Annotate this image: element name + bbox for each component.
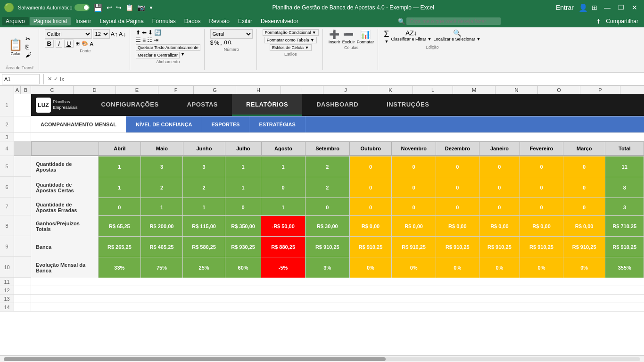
- cell-r5-c8[interactable]: 0%: [436, 257, 479, 278]
- cell-r5-c3[interactable]: 60%: [225, 257, 261, 278]
- h-scrollbar[interactable]: [0, 355, 644, 362]
- disk-icon[interactable]: 📋: [125, 4, 133, 11]
- wrap-text-button[interactable]: Quebrar Texto Automaticamente: [136, 44, 200, 51]
- cell-r3-c2[interactable]: R$ 115,00: [183, 216, 225, 237]
- cell-r1-c2[interactable]: 2: [183, 177, 225, 198]
- cell-r1-c10[interactable]: 0: [520, 177, 563, 198]
- merge-dropdown[interactable]: ▼: [181, 52, 185, 58]
- cell-r4-c2[interactable]: R$ 580,25: [183, 237, 225, 257]
- nav-tab-instrucoes[interactable]: INSTRUÇÕES: [372, 94, 443, 116]
- cell-r3-c7[interactable]: R$ 0,00: [392, 216, 436, 237]
- cell-r2-c6[interactable]: 0: [349, 198, 392, 217]
- cell-r1-c1[interactable]: 2: [140, 177, 183, 198]
- cell-r5-c5[interactable]: 3%: [305, 257, 349, 278]
- increase-decimal-icon[interactable]: .0: [223, 40, 227, 46]
- cell-r3-c11[interactable]: R$ 0,00: [563, 216, 605, 237]
- col-p[interactable]: P: [580, 86, 620, 94]
- align-middle-icon[interactable]: ⬅: [142, 29, 147, 36]
- minimize-button[interactable]: —: [601, 3, 613, 12]
- align-bottom-icon[interactable]: ⬇: [148, 29, 153, 36]
- cell-r0-c1[interactable]: 3: [140, 156, 183, 177]
- cell-r5-c4[interactable]: -5%: [261, 257, 305, 278]
- restore-button[interactable]: ❐: [615, 3, 627, 12]
- cell-r0-c2[interactable]: 3: [183, 156, 225, 177]
- menu-formulas[interactable]: Fórmulas: [149, 17, 180, 25]
- cell-r0-c0[interactable]: 1: [99, 156, 141, 177]
- col-a[interactable]: A: [14, 86, 21, 94]
- col-d[interactable]: D: [74, 86, 116, 94]
- cell-r4-c9[interactable]: R$ 910,25: [479, 237, 520, 257]
- col-m[interactable]: M: [453, 86, 495, 94]
- cell-r4-c4[interactable]: R$ 880,25: [261, 237, 305, 257]
- cell-r5-c2[interactable]: 25%: [183, 257, 225, 278]
- find-icon[interactable]: 🔍: [453, 29, 461, 37]
- align-top-icon[interactable]: ⬆: [136, 29, 140, 36]
- col-o[interactable]: O: [538, 86, 580, 94]
- orientation-icon[interactable]: 🔄: [154, 29, 161, 36]
- cell-r2-c8[interactable]: 0: [436, 198, 479, 217]
- format-icon[interactable]: 📊: [360, 29, 371, 40]
- cell-r2-c3[interactable]: 0: [225, 198, 261, 217]
- cell-r3-c12[interactable]: R$ 710,25: [605, 216, 644, 237]
- decrease-font-icon[interactable]: A↓: [119, 31, 126, 38]
- share-button[interactable]: Compartilhar: [602, 17, 642, 25]
- cell-r0-c9[interactable]: 0: [479, 156, 520, 177]
- cell-r3-c3[interactable]: R$ 350,00: [225, 216, 261, 237]
- dropdown-icon[interactable]: ▼: [149, 5, 154, 10]
- cell-r0-c10[interactable]: 0: [520, 156, 563, 177]
- cell-r1-c3[interactable]: 1: [225, 177, 261, 198]
- col-c[interactable]: C: [31, 86, 74, 94]
- cell-r0-c8[interactable]: 0: [436, 156, 479, 177]
- menu-desenvolvedor[interactable]: Desenvolvedor: [257, 17, 302, 25]
- close-button[interactable]: ✕: [629, 3, 640, 12]
- font-family-select[interactable]: Calibri: [45, 29, 92, 39]
- cell-r1-c11[interactable]: 0: [563, 177, 605, 198]
- format-table-icon[interactable]: Formatar como Tabela ▼: [264, 37, 317, 43]
- cell-r4-c0[interactable]: R$ 265,25: [99, 237, 141, 257]
- number-format-select[interactable]: Geral: [210, 29, 253, 39]
- cell-r5-c0[interactable]: 33%: [99, 257, 141, 278]
- col-b[interactable]: B: [21, 86, 31, 94]
- increase-font-icon[interactable]: A↑: [111, 31, 118, 38]
- cell-r4-c11[interactable]: R$ 910,25: [563, 237, 605, 257]
- nav-tab-apostas[interactable]: APOSTAS: [173, 94, 232, 116]
- nav-tab-relatorios[interactable]: RELATÓRIOS: [232, 94, 302, 116]
- sub-tab-nivel-confianca[interactable]: NÍVEL DE CONFIANÇA: [126, 116, 202, 132]
- col-h[interactable]: H: [236, 86, 281, 94]
- comma-icon[interactable]: ,: [220, 40, 222, 46]
- cell-r4-c5[interactable]: R$ 910,25: [305, 237, 349, 257]
- format-painter-icon[interactable]: 🖌: [25, 51, 32, 58]
- sub-tab-esportes[interactable]: ESPORTES: [202, 116, 250, 132]
- cell-r5-c7[interactable]: 0%: [392, 257, 436, 278]
- delete-icon[interactable]: ➖: [343, 29, 354, 40]
- cell-r4-c7[interactable]: R$ 910,25: [392, 237, 436, 257]
- percent-icon[interactable]: %: [214, 40, 219, 46]
- cell-r1-c0[interactable]: 1: [99, 177, 141, 198]
- cell-r4-c10[interactable]: R$ 910,25: [520, 237, 563, 257]
- col-k[interactable]: K: [368, 86, 413, 94]
- conditional-format-icon[interactable]: Formatação Condicional ▼: [263, 29, 319, 36]
- cell-r3-c6[interactable]: R$ 0,00: [349, 216, 392, 237]
- search-input[interactable]: [406, 17, 501, 25]
- cell-reference-box[interactable]: A1: [2, 74, 40, 84]
- underline-button[interactable]: U: [64, 40, 74, 48]
- cell-r2-c0[interactable]: 0: [99, 198, 141, 217]
- cell-r2-c11[interactable]: 0: [563, 198, 605, 217]
- sub-tab-acompanhamento[interactable]: ACOMPANHAMENTO MENSAL: [31, 116, 126, 132]
- fill-color-icon[interactable]: 🎨: [82, 41, 88, 47]
- cell-r1-c4[interactable]: 0: [261, 177, 305, 198]
- cell-r4-c3[interactable]: R$ 930,25: [225, 237, 261, 257]
- menu-exibir[interactable]: Exibir: [234, 17, 256, 25]
- decrease-decimal-icon[interactable]: 0.: [228, 40, 232, 46]
- confirm-formula-icon[interactable]: ✓: [54, 76, 58, 82]
- cell-r2-c5[interactable]: 0: [305, 198, 349, 217]
- cell-r1-c6[interactable]: 0: [349, 177, 392, 198]
- cell-r2-c7[interactable]: 0: [392, 198, 436, 217]
- italic-button[interactable]: I: [56, 40, 62, 48]
- cell-r3-c9[interactable]: R$ 0,00: [479, 216, 520, 237]
- sum-icon[interactable]: Σ: [384, 29, 389, 39]
- paste-icon[interactable]: 📋: [8, 38, 23, 51]
- cell-r3-c8[interactable]: R$ 0,00: [436, 216, 479, 237]
- nav-tab-dashboard[interactable]: DASHBOARD: [302, 94, 372, 116]
- sort-icon[interactable]: AZ↓: [405, 29, 417, 37]
